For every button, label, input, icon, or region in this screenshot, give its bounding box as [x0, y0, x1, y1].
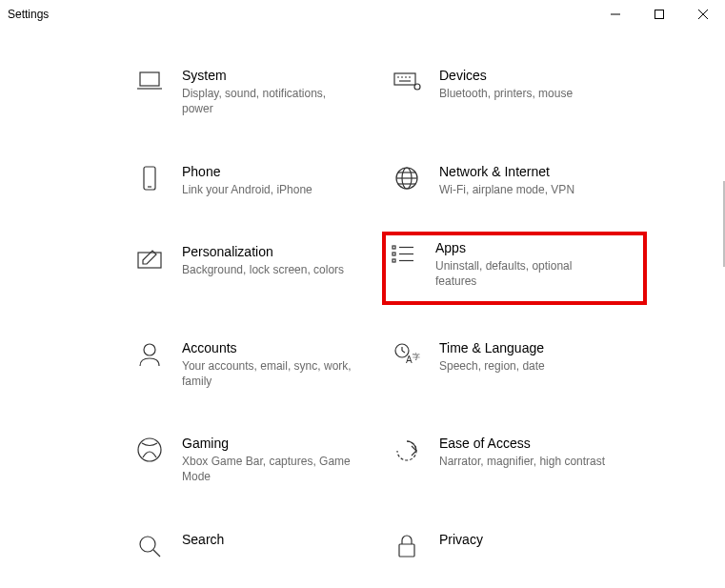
svg-rect-36: [399, 544, 414, 557]
svg-text:A: A: [406, 355, 413, 365]
tile-title: Privacy: [439, 531, 483, 548]
tile-phone[interactable]: Phone Link your Android, iPhone: [129, 155, 386, 205]
tile-desc: Link your Android, iPhone: [182, 182, 312, 197]
clock-language-icon: A字: [392, 339, 422, 370]
svg-rect-13: [144, 167, 155, 190]
tile-desc: Xbox Game Bar, captures, Game Mode: [182, 454, 353, 484]
tile-desc: Narrator, magnifier, high contrast: [439, 454, 605, 469]
svg-point-12: [414, 84, 420, 90]
svg-rect-21: [393, 246, 395, 249]
svg-line-30: [402, 351, 405, 353]
tile-gaming[interactable]: Gaming Xbox Game Bar, captures, Game Mod…: [129, 427, 386, 493]
tile-personalization[interactable]: Personalization Background, lock screen,…: [129, 235, 386, 301]
tile-title: Time & Language: [439, 339, 545, 356]
laptop-icon: [134, 67, 165, 97]
svg-rect-25: [393, 259, 395, 262]
tile-desc: Bluetooth, printers, mouse: [439, 86, 573, 101]
tile-desc: Background, lock screen, colors: [182, 262, 344, 277]
tile-title: Apps: [435, 239, 607, 256]
tile-privacy[interactable]: Privacy: [386, 523, 643, 569]
list-icon: [388, 239, 418, 270]
tile-desc: Your accounts, email, sync, work, family: [182, 358, 353, 389]
svg-rect-20: [138, 253, 161, 268]
tile-title: System: [182, 67, 353, 84]
phone-icon: [134, 163, 165, 193]
tile-system[interactable]: System Display, sound, notifications, po…: [129, 59, 386, 125]
tile-title: Devices: [439, 67, 573, 84]
globe-icon: [392, 163, 422, 193]
svg-rect-1: [655, 10, 664, 19]
svg-line-35: [153, 550, 160, 557]
tile-title: Phone: [182, 163, 312, 180]
tile-time-language[interactable]: A字 Time & Language Speech, region, date: [386, 332, 643, 397]
window-controls: [594, 0, 725, 29]
tile-desc: Display, sound, notifications, power: [182, 86, 353, 116]
svg-rect-4: [140, 72, 159, 86]
svg-rect-6: [394, 73, 415, 85]
svg-point-27: [144, 344, 155, 355]
tile-title: Gaming: [182, 435, 353, 452]
tile-title: Personalization: [182, 243, 344, 260]
tile-desc: Wi-Fi, airplane mode, VPN: [439, 182, 574, 197]
tile-title: Search: [182, 531, 224, 548]
lock-icon: [392, 531, 422, 561]
svg-point-34: [140, 537, 155, 552]
svg-rect-23: [393, 253, 395, 255]
window-title: Settings: [8, 0, 49, 21]
tile-ease-of-access[interactable]: Ease of Access Narrator, magnifier, high…: [386, 427, 643, 493]
pen-icon: [134, 243, 165, 274]
tile-title: Ease of Access: [439, 435, 605, 452]
tile-desc: Uninstall, defaults, optional features: [435, 258, 607, 289]
close-button[interactable]: [681, 0, 725, 29]
svg-text:字: 字: [413, 353, 420, 361]
minimize-button[interactable]: [594, 0, 637, 29]
tile-title: Network & Internet: [439, 163, 574, 180]
tile-accounts[interactable]: Accounts Your accounts, email, sync, wor…: [129, 332, 386, 397]
xbox-icon: [134, 435, 165, 465]
tile-desc: Speech, region, date: [439, 358, 545, 374]
keyboard-icon: [392, 67, 422, 97]
tile-network[interactable]: Network & Internet Wi-Fi, airplane mode,…: [386, 155, 643, 205]
search-icon: [134, 531, 165, 561]
tile-apps[interactable]: Apps Uninstall, defaults, optional featu…: [382, 232, 647, 305]
tile-title: Accounts: [182, 339, 353, 356]
svg-point-33: [138, 438, 161, 461]
tile-search[interactable]: Search: [129, 523, 386, 569]
maximize-button[interactable]: [637, 0, 681, 29]
ease-icon: [392, 435, 422, 465]
person-icon: [134, 339, 165, 370]
tile-devices[interactable]: Devices Bluetooth, printers, mouse: [386, 59, 643, 125]
